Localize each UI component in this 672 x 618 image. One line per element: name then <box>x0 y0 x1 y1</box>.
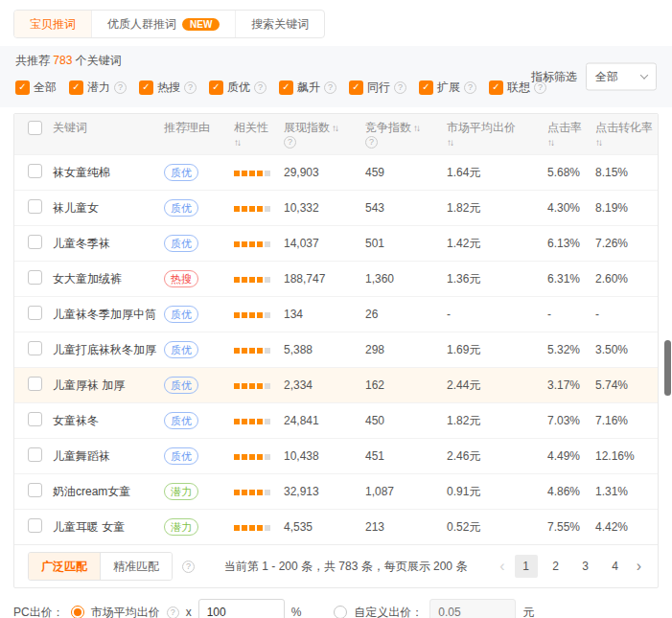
sort-icon[interactable]: ↑↓ <box>413 123 421 133</box>
filter-checkbox-item[interactable]: ✓ 潜力 ? <box>69 80 127 96</box>
help-icon[interactable]: ? <box>184 81 197 94</box>
help-icon[interactable]: ? <box>464 81 476 94</box>
competition-value: 1,360 <box>365 272 447 286</box>
chevron-down-icon <box>640 71 648 79</box>
filter-checkbox-item[interactable]: ✓ 质优 ? <box>209 80 266 96</box>
reason-tag: 质优 <box>164 235 198 252</box>
help-icon[interactable]: ? <box>324 81 336 94</box>
row-checkbox[interactable] <box>28 235 42 249</box>
tab-crowd-recommend[interactable]: 优质人群推词 NEW <box>91 11 235 37</box>
column-header[interactable]: 市场平均出价 ↑↓ ↑↓ ? <box>447 120 547 149</box>
custom-bid-input[interactable] <box>429 599 516 618</box>
reason-tag: 质优 <box>164 306 198 323</box>
prev-page-icon[interactable]: ‹ <box>497 556 507 577</box>
help-icon[interactable]: ? <box>254 81 266 94</box>
percent-input[interactable] <box>198 599 285 618</box>
relevance-cell <box>234 449 284 463</box>
relevance-cell <box>234 237 284 250</box>
sort-icon[interactable]: ↑↓ <box>332 123 339 133</box>
column-header[interactable]: 关键词 ↑↓ ↑↓ ? <box>53 120 164 149</box>
checkbox-checked-icon[interactable]: ✓ <box>489 80 503 95</box>
match-mode-group: 广泛匹配 精准匹配 ? <box>28 552 195 581</box>
sort-icon[interactable]: ↑↓ <box>595 137 603 148</box>
checkbox-checked-icon[interactable]: ✓ <box>139 80 153 95</box>
filter-checkbox-item[interactable]: ✓ 飙升 ? <box>279 80 336 96</box>
row-checkbox[interactable] <box>28 518 42 533</box>
relevance-cell <box>234 166 284 179</box>
multiply-label: x <box>186 606 192 618</box>
row-checkbox-cell <box>14 341 53 358</box>
sort-icon[interactable]: ↑↓ <box>447 137 454 148</box>
row-checkbox[interactable] <box>28 270 42 285</box>
page-number-button[interactable]: 3 <box>574 555 597 578</box>
row-checkbox[interactable] <box>28 412 42 426</box>
sort-icon[interactable]: ↑↓ <box>547 137 555 148</box>
column-header[interactable]: 点击转化率 ↑↓ ↑↓ ? <box>595 120 658 149</box>
filter-checkbox-item[interactable]: ✓ 全部 ? <box>15 80 57 96</box>
checkbox-checked-icon[interactable]: ✓ <box>69 80 83 95</box>
tab-item-recommend[interactable]: 宝贝推词 <box>14 11 91 37</box>
page-number-button[interactable]: 4 <box>604 555 627 578</box>
avg-price-value: 1.69元 <box>447 342 547 358</box>
reason-cell: 质优 <box>164 235 234 252</box>
cvr-value: 8.15% <box>595 166 658 179</box>
select-all-checkbox[interactable] <box>28 121 42 135</box>
keyword-label: 儿童舞蹈袜 <box>53 448 164 465</box>
match-mode-button[interactable]: 广泛匹配 <box>29 553 100 580</box>
help-icon[interactable]: ? <box>284 136 296 149</box>
help-icon[interactable]: ? <box>167 607 179 618</box>
table-row: 奶油cream女童 潜力 32,913 1,087 0.91元 4.86% 1.… <box>14 473 658 509</box>
checkbox-checked-icon[interactable]: ✓ <box>15 80 30 95</box>
column-header[interactable]: 竞争指数 ↑↓ ↑↓ ? <box>365 120 447 149</box>
help-icon[interactable]: ? <box>114 81 127 94</box>
checkbox-checked-icon[interactable]: ✓ <box>349 80 363 95</box>
ctr-value: 7.03% <box>547 414 595 427</box>
page-number-button[interactable]: 1 <box>515 555 538 578</box>
sort-icon[interactable]: ↑↓ <box>234 137 242 148</box>
column-header[interactable]: 相关性 ↑↓ ↑↓ ? <box>234 120 284 149</box>
ctr-value: 6.31% <box>547 272 595 286</box>
next-page-icon[interactable]: › <box>634 556 644 577</box>
row-checkbox-cell <box>14 306 53 323</box>
column-header-label: 相关性 <box>234 120 268 136</box>
row-checkbox-cell <box>14 483 53 500</box>
scrollbar-thumb[interactable] <box>664 340 671 396</box>
help-icon[interactable]: ? <box>365 136 378 149</box>
filter-checkbox-item[interactable]: ✓ 扩展 ? <box>419 80 476 96</box>
column-header[interactable]: 展现指数 ↑↓ ↑↓ ? <box>284 120 365 149</box>
top-tabbar: 宝贝推词 优质人群推词 NEW 搜索关键词 <box>13 10 325 38</box>
match-mode-button[interactable]: 精准匹配 <box>100 553 172 580</box>
checkbox-checked-icon[interactable]: ✓ <box>279 80 293 95</box>
metric-filter-dropdown[interactable]: 全部 <box>586 63 657 91</box>
checkbox-checked-icon[interactable]: ✓ <box>209 80 223 95</box>
relevance-cell <box>234 414 284 427</box>
row-checkbox[interactable] <box>28 199 42 214</box>
help-icon[interactable]: ? <box>182 561 195 573</box>
column-header-label: 展现指数 <box>284 120 330 136</box>
row-checkbox[interactable] <box>28 447 42 462</box>
table-row: 儿童冬季袜 质优 14,037 501 1.42元 6.13% 7.26% <box>14 225 658 261</box>
radio-market-average[interactable] <box>71 606 84 618</box>
filter-checkbox-item[interactable]: ✓ 同行 ? <box>349 80 406 96</box>
column-header[interactable]: 点击率 ↑↓ ↑↓ ? <box>547 120 595 149</box>
help-icon[interactable]: ? <box>394 81 406 94</box>
ctr-value: 7.55% <box>547 520 595 534</box>
row-checkbox[interactable] <box>28 483 42 497</box>
table-row: 袜儿童女 质优 10,332 543 1.82元 4.30% 8.19% <box>14 190 658 225</box>
filter-checkbox-item[interactable]: ✓ 热搜 ? <box>139 80 197 96</box>
tab-label: 搜索关键词 <box>251 16 309 33</box>
radio-custom-bid[interactable] <box>334 606 347 618</box>
metric-filter-label: 指标筛选 <box>531 69 577 85</box>
column-header[interactable]: 推荐理由 ↑↓ ↑↓ ? <box>164 120 234 149</box>
row-checkbox[interactable] <box>28 306 42 320</box>
checkbox-checked-icon[interactable]: ✓ <box>419 80 433 95</box>
page-number-button[interactable]: 2 <box>545 555 568 578</box>
impressions-value: 14,037 <box>284 237 365 250</box>
row-checkbox[interactable] <box>28 164 42 178</box>
tab-search-keywords[interactable]: 搜索关键词 <box>235 11 324 37</box>
tab-label: 优质人群推词 <box>107 16 176 33</box>
row-checkbox[interactable] <box>28 377 42 391</box>
column-header-label: 竞争指数 <box>365 120 411 136</box>
row-checkbox[interactable] <box>28 341 42 355</box>
filter-checkbox-label: 联想 <box>507 80 530 96</box>
